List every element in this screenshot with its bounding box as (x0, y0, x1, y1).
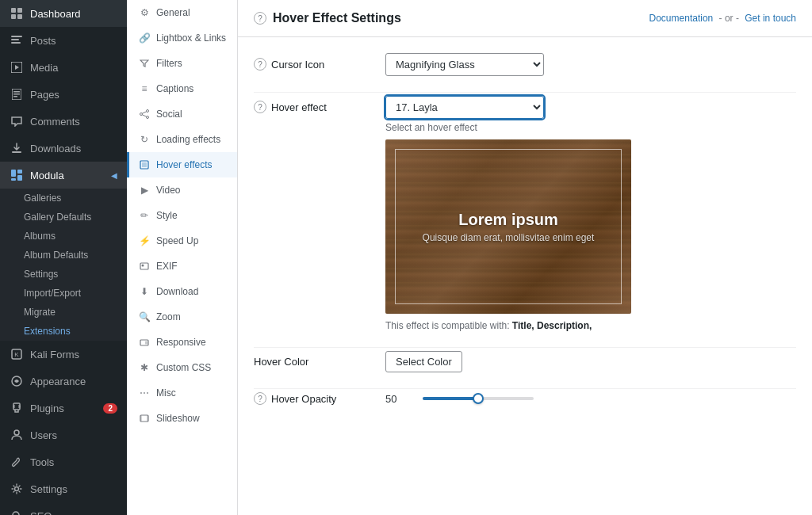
second-nav-misc[interactable]: ⋯ Misc (127, 380, 237, 406)
sub-nav-import-export[interactable]: Import/Export (0, 284, 127, 303)
sub-nav-settings[interactable]: Settings (0, 265, 127, 284)
hover-effect-label-group: ? Hover effect (254, 96, 373, 113)
svg-point-23 (15, 487, 19, 491)
svg-rect-4 (11, 36, 22, 37)
hover-effect-help[interactable]: ? (254, 101, 266, 113)
second-nav-label-captions: Captions (156, 83, 193, 94)
documentation-link[interactable]: Documentation (649, 13, 714, 24)
cursor-icon-help[interactable]: ? (254, 58, 266, 71)
nav-item-pages[interactable]: Pages (0, 81, 127, 108)
svg-rect-16 (17, 175, 22, 181)
second-nav-exif[interactable]: EXIF (127, 254, 237, 279)
nav-item-appearance[interactable]: Appearance (0, 368, 127, 395)
second-nav-captions[interactable]: ≡ Captions (127, 76, 237, 101)
second-nav-label-slideshow: Slideshow (156, 413, 200, 424)
cursor-icon-content: Magnifying GlassDefaultPointerCrosshair (385, 53, 796, 76)
nav-label-plugins: Plugins (30, 402, 97, 414)
second-nav-general[interactable]: ⚙ General (127, 0, 237, 25)
svg-rect-1 (17, 8, 22, 13)
second-nav-loading[interactable]: ↻ Loading effects (127, 127, 237, 152)
downloads-icon (10, 141, 24, 155)
second-nav-custom-css[interactable]: ✱ Custom CSS (127, 355, 237, 380)
opacity-value: 50 (385, 393, 413, 405)
cursor-icon-select[interactable]: Magnifying GlassDefaultPointerCrosshair (385, 53, 544, 76)
hover-opacity-help[interactable]: ? (254, 392, 266, 405)
second-nav-style[interactable]: ✏ Style (127, 203, 237, 228)
second-nav-download[interactable]: ⬇ Download (127, 279, 237, 304)
sub-nav-extensions[interactable]: Extensions (0, 322, 127, 341)
svg-rect-0 (11, 8, 16, 13)
gear-icon: ⚙ (139, 7, 150, 18)
second-nav-speedup[interactable]: ⚡ Speed Up (127, 228, 237, 254)
second-nav-label-style: Style (156, 210, 178, 221)
svg-rect-31 (142, 162, 147, 167)
second-nav-label-general: General (156, 7, 190, 18)
sub-nav-galleries[interactable]: Galleries (0, 189, 127, 208)
speedup-icon: ⚡ (139, 235, 150, 246)
divider-1 (254, 92, 796, 93)
second-nav-responsive[interactable]: Responsive (127, 330, 237, 355)
nav-item-kali-forms[interactable]: K Kali Forms (0, 341, 127, 368)
svg-point-25 (147, 110, 149, 113)
svg-rect-15 (17, 170, 22, 174)
settings-body: ? Cursor Icon Magnifying GlassDefaultPoi… (238, 37, 812, 437)
dashboard-icon (10, 6, 24, 21)
nav-label-pages: Pages (30, 89, 117, 101)
lightbox-icon: 🔗 (139, 32, 150, 44)
second-nav: ⚙ General 🔗 Lightbox & Links Filters ≡ C… (127, 0, 238, 515)
second-nav-hover[interactable]: Hover effects (127, 152, 237, 177)
nav-item-modula[interactable]: Modula ◀ (0, 162, 127, 189)
nav-label-appearance: Appearance (30, 376, 117, 387)
opacity-slider-track[interactable] (423, 397, 534, 400)
hover-effect-hint: Select an hover effect (385, 122, 796, 133)
sub-nav-album-defaults[interactable]: Album Defaults (0, 246, 127, 265)
nav-item-settings[interactable]: Settings (0, 475, 127, 502)
opacity-slider-thumb[interactable] (473, 393, 484, 404)
settings-nav-icon (10, 482, 24, 496)
nav-label-dashboard: Dashboard (30, 8, 117, 20)
hover-effect-select[interactable]: 1. None2. Fade17. Layla18. Other (385, 96, 544, 119)
plugins-badge: 2 (103, 403, 117, 414)
svg-marker-8 (15, 65, 19, 70)
modula-icon (10, 168, 24, 182)
sub-nav-migrate[interactable]: Migrate (0, 303, 127, 322)
nav-item-users[interactable]: Users (0, 422, 127, 448)
preview-overlay: Lorem ipsum Quisque diam erat, mollisvit… (385, 139, 631, 314)
kali-icon: K (10, 347, 24, 361)
hover-opacity-content: 50 (385, 393, 796, 405)
nav-label-posts: Posts (30, 35, 117, 47)
divider-2 (254, 347, 796, 348)
second-nav-label-css: Custom CSS (156, 362, 211, 373)
select-color-button[interactable]: Select Color (385, 351, 462, 372)
sub-nav-albums[interactable]: Albums (0, 227, 127, 246)
get-in-touch-link[interactable]: Get in touch (745, 13, 796, 24)
plugins-icon (10, 401, 24, 415)
hover-effect-label: Hover effect (271, 101, 327, 113)
opacity-control: 50 (385, 393, 796, 405)
second-nav-slideshow[interactable]: Slideshow (127, 406, 237, 431)
second-nav-video[interactable]: ▶ Video (127, 177, 237, 203)
second-nav-social[interactable]: Social (127, 101, 237, 127)
second-nav-zoom[interactable]: 🔍 Zoom (127, 304, 237, 330)
nav-item-seo[interactable]: SEO (0, 502, 127, 515)
svg-point-26 (147, 116, 149, 119)
second-nav-filters[interactable]: Filters (127, 51, 237, 76)
second-nav-label-responsive: Responsive (156, 337, 206, 348)
nav-item-posts[interactable]: Posts (0, 27, 127, 54)
nav-item-downloads[interactable]: Downloads (0, 135, 127, 162)
nav-item-comments[interactable]: Comments (0, 108, 127, 135)
nav-item-plugins[interactable]: Plugins 2 (0, 395, 127, 422)
second-nav-lightbox[interactable]: 🔗 Lightbox & Links (127, 25, 237, 51)
second-nav-label-loading: Loading effects (156, 134, 220, 145)
nav-label-seo: SEO (30, 510, 117, 516)
nav-item-tools[interactable]: Tools (0, 448, 127, 475)
svg-line-28 (142, 112, 146, 113)
divider-3 (254, 388, 796, 389)
title-help-icon[interactable]: ? (254, 12, 266, 25)
sub-nav-gallery-defaults[interactable]: Gallery Defaults (0, 208, 127, 227)
svg-point-24 (13, 512, 19, 515)
media-icon (10, 60, 24, 74)
nav-item-dashboard[interactable]: Dashboard (0, 0, 127, 27)
nav-item-media[interactable]: Media (0, 54, 127, 81)
or-text: - or - (719, 13, 739, 24)
